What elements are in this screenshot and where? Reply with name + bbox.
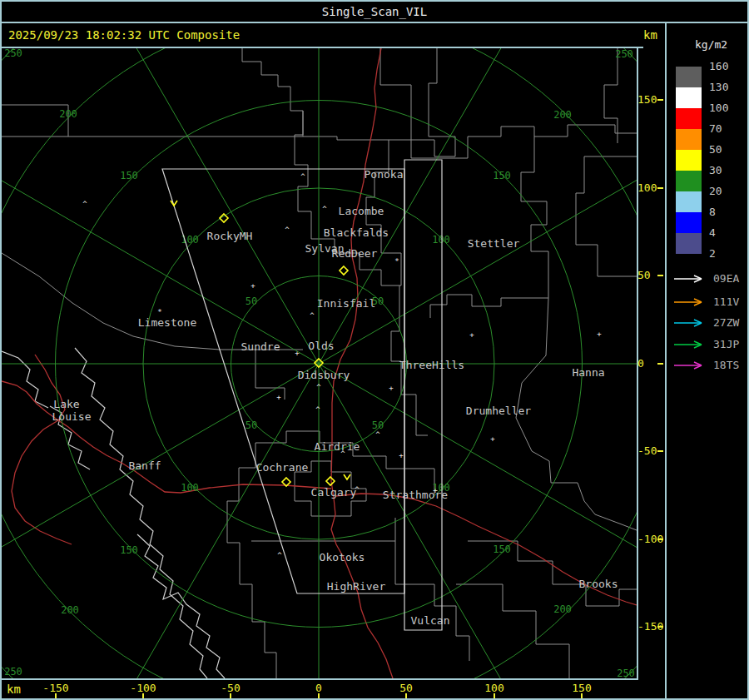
city-label: Strathmore bbox=[383, 489, 448, 501]
window-title: Single_Scan_VIL bbox=[322, 5, 427, 18]
city-label: Hanna bbox=[572, 366, 604, 379]
track-arrow-glyph bbox=[674, 320, 702, 326]
range-ring-label: 100 bbox=[432, 234, 450, 246]
track-id-label: 27ZW bbox=[713, 316, 739, 329]
city-label: Sundre bbox=[241, 340, 280, 353]
city-label: Calgary bbox=[311, 486, 357, 499]
track-arrow-icon bbox=[673, 360, 708, 370]
town-marker: ^ bbox=[82, 200, 87, 208]
range-ring-label: 200 bbox=[61, 604, 79, 616]
city-label: Blackfalds bbox=[324, 226, 389, 239]
bottom-axis-tick-mark bbox=[142, 693, 144, 698]
right-axis-unit-label: km bbox=[643, 28, 657, 42]
storm-track-legend-item: 18TS bbox=[673, 356, 739, 368]
town-marker: ^ bbox=[285, 226, 290, 234]
range-ring-label: 100 bbox=[181, 482, 199, 494]
city-label: Drumheller bbox=[466, 405, 531, 417]
motion-vector-icon bbox=[344, 474, 350, 479]
track-id-label: 18TS bbox=[713, 359, 739, 371]
colorbar-swatch bbox=[676, 129, 702, 150]
range-ring-label: 250 bbox=[4, 48, 22, 59]
city-label: ThreeHills bbox=[399, 359, 464, 371]
county-boundary bbox=[380, 48, 411, 111]
city-label: Didsbury bbox=[298, 369, 350, 381]
town-marker: + bbox=[276, 393, 281, 401]
track-arrow-icon bbox=[673, 297, 708, 307]
track-id-label: 31JP bbox=[713, 338, 739, 350]
county-boundary bbox=[430, 295, 548, 318]
range-grid-layer bbox=[2, 48, 637, 678]
city-label: RockyMH bbox=[207, 230, 253, 242]
city-label: Okotoks bbox=[320, 551, 365, 563]
range-ring-label: 200 bbox=[553, 603, 572, 615]
town-marker: * bbox=[394, 257, 399, 266]
colorbar-value-label: 50 bbox=[709, 144, 722, 156]
colorbar-swatch bbox=[676, 212, 702, 233]
range-ring-label: 250 bbox=[4, 666, 22, 678]
bottom-axis-tick-mark bbox=[581, 693, 583, 698]
city-label: Stettler bbox=[468, 237, 520, 250]
bottom-axis-tick-mark bbox=[55, 693, 57, 698]
colorbar-value-label: 160 bbox=[709, 61, 728, 72]
bottom-axis-tick-label: 0 bbox=[315, 682, 322, 694]
storm-track-legend-item: 27ZW bbox=[673, 314, 739, 325]
highway bbox=[2, 381, 331, 493]
title-bar: Single_Scan_VIL bbox=[2, 2, 747, 23]
right-axis-tick-mark bbox=[657, 99, 663, 101]
park-boundary bbox=[137, 534, 225, 678]
track-arrow-icon bbox=[673, 318, 708, 328]
bottom-axis-tick-mark bbox=[318, 693, 320, 698]
city-label: Airdrie bbox=[315, 440, 360, 453]
track-arrow-glyph bbox=[674, 362, 702, 369]
town-marker: ^ bbox=[315, 405, 320, 414]
city-label: Lacombe bbox=[339, 205, 384, 217]
range-ring-label: 50 bbox=[372, 420, 384, 431]
track-arrow-glyph bbox=[674, 299, 702, 305]
town-marker: ^ bbox=[375, 430, 380, 439]
storm-track-legend-item: 09EA bbox=[673, 270, 739, 281]
town-marker: ^ bbox=[316, 383, 321, 391]
bottom-axis-tick-label: 50 bbox=[399, 682, 413, 694]
colorbar-unit-label: kg/m2 bbox=[695, 38, 727, 51]
range-ring-label: 150 bbox=[493, 544, 511, 555]
range-ring-label: 50 bbox=[246, 420, 257, 431]
colorbar-value-label: 70 bbox=[709, 123, 722, 135]
radar-map-canvas: 5050505010010010010015015015015020020020… bbox=[2, 48, 637, 678]
range-ring-label: 50 bbox=[246, 295, 257, 307]
colorbar-swatch bbox=[676, 150, 702, 171]
bottom-axis-tick-label: 100 bbox=[484, 682, 503, 694]
county-boundary bbox=[68, 137, 455, 156]
range-ring-label: 150 bbox=[493, 170, 511, 181]
range-ring-label: 200 bbox=[553, 109, 572, 121]
track-id-label: 09EA bbox=[713, 272, 739, 285]
track-id-label: 111V bbox=[713, 295, 739, 308]
town-marker: + bbox=[250, 281, 255, 290]
storm-track-legend-item: 31JP bbox=[673, 335, 739, 347]
city-label: Louise bbox=[52, 410, 92, 423]
colorbar-swatch bbox=[676, 67, 702, 87]
right-axis-tick-mark bbox=[657, 626, 663, 628]
bottom-axis-tick-mark bbox=[494, 693, 495, 698]
bottom-axis-tick-label: 150 bbox=[572, 682, 591, 694]
county-boundary bbox=[411, 111, 637, 158]
town-marker: * bbox=[157, 308, 161, 316]
storm-track-legend-item: 111V bbox=[673, 293, 739, 305]
city-label: Banff bbox=[128, 459, 161, 472]
range-ring-label: 250 bbox=[615, 48, 633, 60]
town-marker: + bbox=[469, 330, 474, 339]
track-arrow-glyph bbox=[674, 341, 702, 348]
county-boundary bbox=[516, 298, 637, 530]
colorbar-swatch bbox=[676, 87, 702, 108]
city-label: Innisfail bbox=[317, 297, 375, 310]
colorbar-value-label: 4 bbox=[709, 227, 716, 239]
park-boundary bbox=[75, 348, 207, 678]
town-marker: + bbox=[399, 451, 404, 459]
county-boundary bbox=[242, 48, 303, 137]
storm-cell-icon bbox=[340, 266, 348, 275]
track-arrow-icon bbox=[673, 340, 708, 350]
right-axis-tick-mark bbox=[657, 187, 663, 189]
town-marker: + bbox=[295, 349, 300, 357]
motion-vector-icon bbox=[171, 201, 177, 206]
county-boundary bbox=[2, 105, 68, 137]
town-marker: + bbox=[597, 330, 602, 338]
